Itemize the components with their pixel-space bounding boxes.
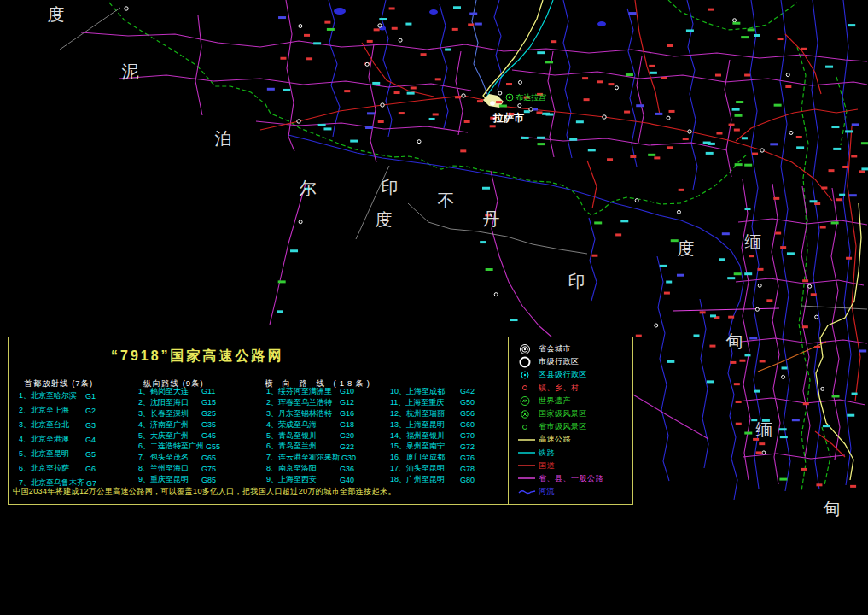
lhasa-node xyxy=(490,101,495,106)
route-label: 5、大庆至广州 xyxy=(138,430,200,442)
provincial-road-path xyxy=(81,32,867,62)
route-label: 13、上海至昆明 xyxy=(390,419,458,430)
symbol-label: 区县级行政区 xyxy=(539,369,587,380)
provincial-road-path xyxy=(548,51,555,157)
provincial-road-path xyxy=(270,184,306,325)
river-path xyxy=(494,0,502,90)
route-label: 3、长春至深圳 xyxy=(138,408,200,419)
route-item: 9、重庆至昆明 G85 xyxy=(138,474,258,485)
route-item: 3、北京至台北 G3 xyxy=(19,418,134,432)
map-viewer: 度 泥 泊 尔 印 度 不 丹 印 度 缅 甸 缅 甸 拉萨市 布达拉宫 “79… xyxy=(0,0,868,615)
radial-routes-list: 1、北京至哈尔滨 G1 2、北京至上海 G2 3、北京至台北 G3 4、北京至港… xyxy=(19,389,134,490)
route-item: 6、北京至拉萨 G6 xyxy=(19,461,134,476)
route-code: G2 xyxy=(84,407,96,415)
river-line-icon xyxy=(518,487,539,497)
route-item: 18、广州至昆明 G80 xyxy=(390,474,508,485)
symbol-item: 市级行政区 xyxy=(518,355,629,368)
river-path xyxy=(687,0,697,190)
border-east-path xyxy=(797,47,810,491)
route-code: G75 xyxy=(200,465,216,473)
route-item: 6、青岛至兰州 G22 xyxy=(266,441,386,452)
route-label: 9、上海至西安 xyxy=(266,474,338,485)
route-code: G65 xyxy=(200,454,216,462)
symbol-label: 省会城市 xyxy=(539,343,571,354)
route-item: 1、北京至哈尔滨 G1 xyxy=(19,389,134,403)
route-code: G16 xyxy=(338,409,354,418)
city-admin-icon xyxy=(518,357,539,367)
route-item: 17、汕头至昆明 G78 xyxy=(390,463,508,474)
symbol-label: 省市级风景区 xyxy=(539,421,587,432)
route-code: G30 xyxy=(340,454,356,462)
river-path xyxy=(329,0,340,137)
route-item: 8、南京至洛阳 G36 xyxy=(266,463,386,474)
route-item: 16、厦门至成都 G76 xyxy=(390,452,508,463)
route-label: 2、北京至上海 xyxy=(19,405,84,416)
provincial-road-path xyxy=(286,0,294,151)
city-label-lhasa: 拉萨市 xyxy=(492,112,524,124)
legend-title: “7918”国家高速公路网 xyxy=(111,348,284,366)
capital-city-icon xyxy=(518,344,539,354)
route-code: G22 xyxy=(338,442,354,451)
route-item: 7、包头至茂名 G65 xyxy=(138,452,258,463)
route-label: 6、青岛至兰州 xyxy=(266,441,338,452)
provincial-road-path xyxy=(736,278,864,285)
route-code: G10 xyxy=(338,387,354,395)
symbol-item: 镇、乡、村 xyxy=(518,382,629,395)
provincial-road-path xyxy=(772,184,780,484)
symbol-item: 铁路 xyxy=(518,447,629,460)
route-code: G12 xyxy=(338,398,354,407)
region-label: 尔 xyxy=(300,179,317,197)
symbol-label: 河流 xyxy=(539,486,555,497)
symbol-item: 河流 xyxy=(518,485,629,498)
region-label: 不 xyxy=(438,191,456,210)
region-label: 度 xyxy=(678,239,696,258)
route-label: 3、丹东至锡林浩特 xyxy=(266,408,338,419)
route-code: G85 xyxy=(200,476,216,484)
symbol-item: 世界遗产 xyxy=(518,395,629,407)
route-item: 4、北京至港澳 G4 xyxy=(19,432,134,447)
provincial-road-path xyxy=(673,308,779,311)
route-item: 4、荣成至乌海 G18 xyxy=(266,419,386,430)
potala-symbol xyxy=(506,94,513,101)
route-label: 17、汕头至昆明 xyxy=(390,463,458,474)
route-code: G40 xyxy=(338,476,354,484)
river-path xyxy=(812,0,821,489)
route-label: 3、北京至台北 xyxy=(19,419,84,430)
region-label: 甸 xyxy=(726,331,744,350)
provincial-road-path xyxy=(725,60,731,177)
route-code: G70 xyxy=(458,431,475,440)
national-road-path xyxy=(848,126,860,401)
provincial-road-path xyxy=(195,15,202,115)
expressway-path xyxy=(483,0,543,106)
route-label: 6、二连浩特至广州 xyxy=(138,441,204,452)
river-path xyxy=(440,4,448,128)
route-code: G35 xyxy=(200,420,216,429)
world-heritage-icon xyxy=(518,395,539,406)
river-path xyxy=(657,256,669,481)
border-segment xyxy=(822,427,830,485)
national-road-path xyxy=(587,161,597,208)
border-himalaya-path xyxy=(109,3,748,215)
route-item: 2、珲春至乌兰浩特 G12 xyxy=(266,397,386,408)
river-path xyxy=(842,0,851,485)
leader-line xyxy=(60,8,120,50)
expressway-line-icon xyxy=(518,435,539,445)
route-code: G55 xyxy=(204,442,220,451)
route-code: G4 xyxy=(84,436,96,444)
route-item: 5、青岛至银川 G20 xyxy=(266,430,386,442)
route-item: 8、兰州至海口 G75 xyxy=(138,463,258,474)
region-label: 印 xyxy=(382,178,399,196)
route-label: 1、绥芬河至满洲里 xyxy=(266,386,338,397)
route-code: G42 xyxy=(458,387,475,395)
route-code: G15 xyxy=(200,398,216,407)
route-label: 8、兰州至海口 xyxy=(138,463,200,474)
route-code: G45 xyxy=(200,431,216,440)
horizontal-routes-list-left: 1、绥芬河至满洲里 G10 2、珲春至乌兰浩特 G12 3、丹东至锡林浩特 G1… xyxy=(266,386,386,485)
route-code: G6 xyxy=(84,465,96,473)
provincial-road-path xyxy=(369,44,376,162)
route-item: 13、上海至昆明 G60 xyxy=(390,419,508,430)
route-item: 6、二连浩特至广州 G55 xyxy=(138,441,258,452)
route-code: G11 xyxy=(200,387,215,395)
route-label: 11、上海至重庆 xyxy=(390,397,458,408)
symbol-label: 省、县、一般公路 xyxy=(539,473,603,484)
